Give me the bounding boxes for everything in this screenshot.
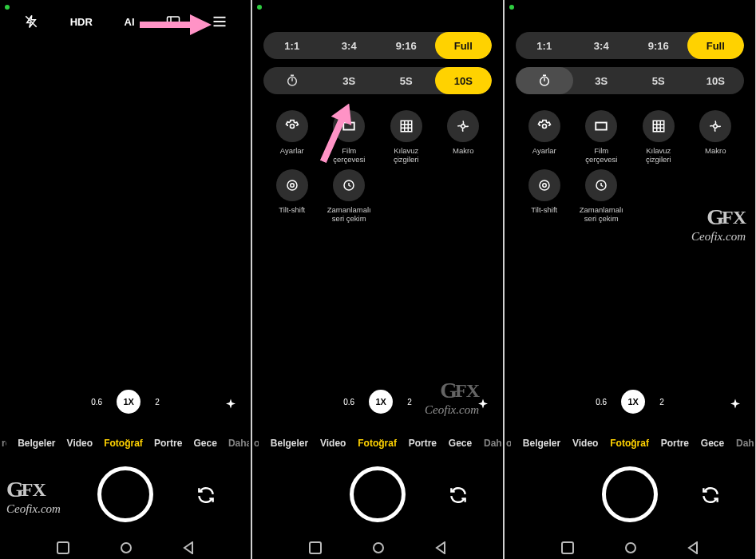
aspect-9-16[interactable]: 9:16 (378, 32, 435, 59)
mode-gece[interactable]: Gece (193, 438, 216, 449)
aspect-full[interactable]: Full (435, 32, 493, 59)
zoom-06[interactable]: 0.6 (343, 398, 354, 406)
flash-icon[interactable] (24, 14, 38, 29)
zoom-selector: 0.6 1X 2 (505, 390, 755, 414)
status-dot (5, 5, 10, 10)
ai-toggle[interactable]: AI (125, 16, 135, 28)
nav-recents-icon[interactable] (561, 541, 574, 554)
zoom-1x[interactable]: 1X (369, 390, 393, 414)
shutter-button[interactable] (350, 466, 406, 522)
btn-ayarlar[interactable]: Ayarlar (517, 110, 572, 165)
mode-foto[interactable]: Fotoğraf (610, 438, 649, 449)
mode-belgeler[interactable]: Belgeler (18, 438, 55, 449)
switch-camera-icon[interactable] (444, 481, 473, 509)
btn-makro[interactable]: Makro (437, 110, 491, 165)
aspect-full[interactable]: Full (687, 32, 745, 59)
mode-foto[interactable]: Fotoğraf (358, 438, 397, 449)
zoom-selector: 0.6 1X 2 (252, 390, 503, 414)
btn-kilavuz[interactable]: Kılavuzçizgileri (631, 110, 686, 165)
nav-home-icon[interactable] (624, 541, 637, 554)
nav-bar (0, 541, 251, 554)
timer-3s[interactable]: 3S (321, 67, 378, 94)
status-dot (509, 5, 514, 10)
camera-settings-panel: 1:1 3:4 9:16 Full 3S 5S 10S Ayarlar Film… (505, 0, 755, 224)
btn-tilt[interactable]: Tilt-shift (517, 169, 572, 224)
timer-3s[interactable]: 3S (573, 67, 631, 94)
btn-tilt[interactable]: Tilt-shift (265, 169, 319, 224)
zoom-1x[interactable]: 1X (117, 390, 141, 414)
mode-belgeler[interactable]: Belgeler (271, 438, 308, 449)
btn-makro[interactable]: Makro (689, 110, 743, 165)
shutter-button[interactable] (602, 466, 658, 522)
mode-belgeler[interactable]: Belgeler (523, 438, 560, 449)
nav-back-icon[interactable] (435, 541, 446, 554)
mode-video[interactable]: Video (572, 438, 598, 449)
effects-icon[interactable] (476, 398, 490, 412)
switch-camera-icon[interactable] (192, 481, 220, 509)
effects-icon[interactable] (728, 398, 742, 412)
timer-off[interactable] (263, 67, 321, 94)
mode-portre[interactable]: Portre (661, 438, 689, 449)
frame-icon (585, 110, 617, 142)
btn-seri[interactable]: Zamanlamalıseri çekim (575, 169, 629, 224)
zoom-2[interactable]: 2 (659, 398, 664, 406)
mode-gece[interactable]: Gece (701, 438, 724, 449)
hdr-toggle[interactable]: HDR (70, 16, 93, 28)
btn-ayarlar[interactable]: Ayarlar (265, 110, 319, 165)
timer-5s[interactable]: 5S (630, 67, 687, 94)
aspect-3-4[interactable]: 3:4 (573, 32, 631, 59)
mode-daha[interactable]: Daha (228, 438, 249, 449)
zoom-2[interactable]: 2 (407, 398, 412, 406)
mode-portre[interactable]: Portre (409, 438, 437, 449)
timer-10s[interactable]: 10S (687, 67, 745, 94)
mode-video[interactable]: Video (67, 438, 93, 449)
label-ayarlar: Ayarlar (532, 147, 556, 165)
watermark-3a: GFX Ceofix.com (691, 204, 746, 244)
btn-seri[interactable]: Zamanlamalıseri çekim (323, 169, 377, 224)
btn-kilavuz[interactable]: Kılavuzçizgileri (379, 110, 433, 165)
svg-point-16 (374, 543, 383, 553)
svg-rect-19 (596, 123, 608, 130)
svg-point-18 (542, 125, 546, 129)
aspect-1-1[interactable]: 1:1 (516, 32, 573, 59)
svg-rect-10 (401, 121, 412, 132)
mode-selector: o Belgeler Video Fotoğraf Portre Gece Da… (505, 438, 755, 449)
btn-film[interactable]: Filmçerçevesi (575, 110, 629, 165)
mode-daha[interactable]: Daha (736, 438, 754, 449)
shutter-button[interactable] (97, 466, 153, 522)
menu-icon[interactable] (212, 16, 227, 27)
aspect-9-16[interactable]: 9:16 (630, 32, 687, 59)
svg-rect-20 (653, 121, 664, 132)
zoom-06[interactable]: 0.6 (596, 398, 607, 406)
timer-off[interactable] (516, 67, 573, 94)
phone-screen-1: HDR AI 0.6 1X 2 ro Belgeler Video Fotoğr… (0, 0, 251, 559)
mode-selector: o Belgeler Video Fotoğraf Portre Gece Da… (252, 438, 503, 449)
mode-portre[interactable]: Portre (154, 438, 182, 449)
nav-home-icon[interactable] (372, 541, 385, 554)
zoom-1x[interactable]: 1X (621, 390, 645, 414)
timer-5s[interactable]: 5S (378, 67, 435, 94)
phone-screen-3: 1:1 3:4 9:16 Full 3S 5S 10S Ayarlar Film… (505, 0, 755, 559)
zoom-06[interactable]: 0.6 (91, 398, 102, 406)
aspect-3-4[interactable]: 3:4 (321, 32, 378, 59)
mode-foto[interactable]: Fotoğraf (104, 438, 143, 449)
nav-recents-icon[interactable] (309, 541, 322, 554)
switch-camera-icon[interactable] (696, 481, 725, 509)
mode-gece[interactable]: Gece (449, 438, 472, 449)
mode-daha[interactable]: Daha (484, 438, 501, 449)
nav-back-icon[interactable] (183, 541, 194, 554)
timer-10s[interactable]: 10S (435, 67, 493, 94)
camera-settings-panel: 1:1 3:4 9:16 Full 3S 5S 10S Ayarlar Film… (252, 0, 503, 224)
watermark-text: Ceofix.com (6, 502, 61, 516)
aspect-1-1[interactable]: 1:1 (263, 32, 321, 59)
zoom-2[interactable]: 2 (155, 398, 160, 406)
target-icon (276, 169, 308, 201)
svg-point-22 (540, 180, 549, 190)
mode-video[interactable]: Video (320, 438, 346, 449)
target-icon (528, 169, 560, 201)
nav-home-icon[interactable] (120, 541, 133, 554)
effects-icon[interactable] (224, 398, 238, 412)
nav-recents-icon[interactable] (57, 541, 69, 554)
nav-back-icon[interactable] (687, 541, 699, 554)
label-makro: Makro (705, 147, 726, 165)
